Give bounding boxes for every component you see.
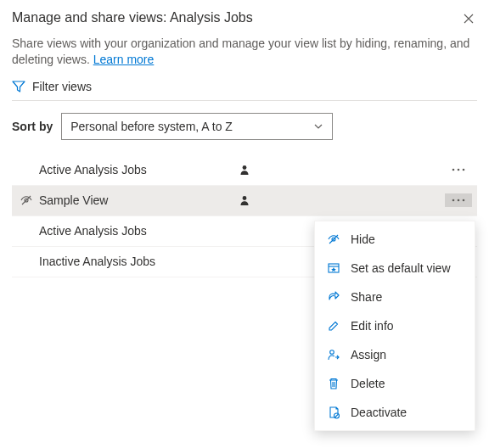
- sort-by-value: Personal before system, A to Z: [70, 120, 233, 133]
- svg-point-9: [463, 199, 465, 202]
- menu-item-label: Edit info: [351, 319, 394, 333]
- learn-more-link[interactable]: Learn more: [93, 53, 155, 66]
- svg-marker-14: [331, 267, 336, 272]
- menu-item-label: Assign: [351, 348, 386, 361]
- person-icon: [239, 165, 250, 175]
- description-text: Share views with your organization and m…: [12, 36, 469, 66]
- person-icon: [239, 195, 250, 205]
- sort-by-label: Sort by: [12, 120, 53, 133]
- dialog-description: Share views with your organization and m…: [12, 36, 477, 68]
- menu-item-default-view[interactable]: Set as default view: [315, 254, 475, 283]
- view-label: Sample View: [39, 193, 234, 207]
- close-icon: [464, 14, 474, 24]
- menu-item-assign[interactable]: Assign: [315, 340, 475, 369]
- row-more-button[interactable]: [445, 193, 472, 207]
- menu-item-label: Share: [351, 290, 382, 304]
- menu-item-label: Set as default view: [351, 261, 451, 275]
- menu-item-delete[interactable]: Delete: [315, 369, 475, 398]
- svg-point-6: [243, 196, 247, 200]
- hidden-icon: [14, 193, 39, 207]
- svg-point-7: [452, 199, 455, 202]
- menu-item-label: Hide: [351, 232, 375, 246]
- menu-item-share[interactable]: Share: [315, 283, 475, 311]
- default-view-icon: [327, 261, 340, 275]
- menu-item-hide[interactable]: Hide: [315, 225, 475, 254]
- svg-point-3: [463, 169, 465, 171]
- svg-point-2: [458, 169, 460, 171]
- svg-point-15: [330, 350, 334, 355]
- more-icon: [452, 168, 465, 171]
- menu-item-label: Delete: [351, 377, 385, 390]
- menu-item-label: Deactivate: [351, 406, 407, 419]
- edit-icon: [327, 319, 340, 333]
- filter-label: Filter views: [32, 80, 92, 93]
- delete-icon: [327, 377, 340, 390]
- view-row[interactable]: Active Analysis Jobs: [12, 155, 477, 186]
- more-icon: [452, 199, 465, 202]
- divider: [12, 100, 477, 101]
- svg-point-1: [452, 169, 455, 171]
- menu-item-deactivate[interactable]: Deactivate: [315, 398, 475, 427]
- view-label: Active Analysis Jobs: [39, 163, 234, 176]
- sort-by-select[interactable]: Personal before system, A to Z: [61, 113, 333, 140]
- svg-point-0: [243, 165, 247, 170]
- context-menu: Hide Set as default view Share Edit info…: [314, 221, 475, 431]
- svg-point-8: [458, 199, 460, 202]
- dialog-title: Manage and share views: Analysis Jobs: [12, 10, 253, 25]
- deactivate-icon: [327, 406, 340, 419]
- view-row[interactable]: Sample View: [12, 186, 477, 216]
- menu-item-edit[interactable]: Edit info: [315, 311, 475, 340]
- filter-icon: [12, 80, 25, 93]
- close-button[interactable]: [460, 10, 477, 27]
- assign-icon: [327, 348, 340, 361]
- hide-icon: [327, 232, 340, 246]
- row-more-button[interactable]: [445, 163, 472, 176]
- filter-views-button[interactable]: Filter views: [12, 80, 477, 93]
- share-icon: [327, 290, 340, 304]
- chevron-down-icon: [313, 121, 323, 132]
